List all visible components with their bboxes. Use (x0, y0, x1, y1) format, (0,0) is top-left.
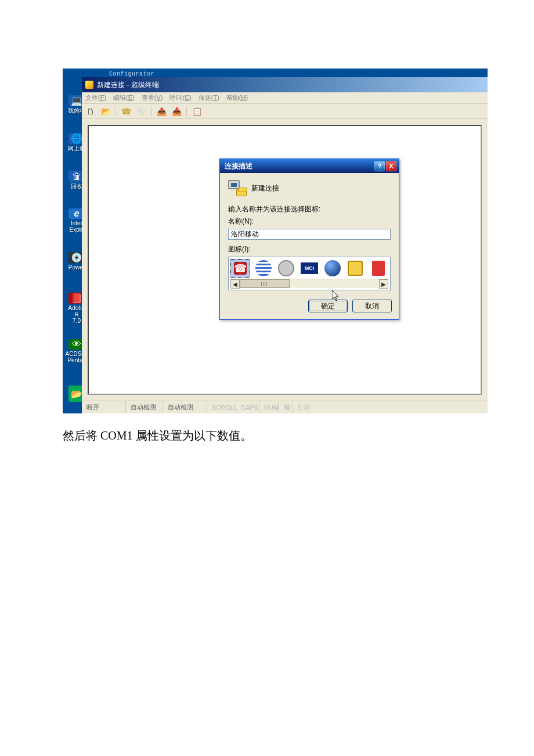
menu-file[interactable]: 文件(F) (85, 93, 106, 102)
dialog-prompt: 输入名称并为该连接选择图标: (228, 204, 391, 214)
conn-icon-5[interactable] (323, 259, 342, 278)
scroll-track[interactable] (240, 279, 379, 288)
help-button[interactable]: ? (374, 161, 385, 171)
status-bar: 断开 自动检测 自动检测 SCROLL CAPS NUM 捕 打印 (82, 401, 488, 413)
status-detect-2: 自动检测 (163, 401, 207, 413)
dialog-title-bar[interactable]: 连接描述 ? X (220, 159, 399, 173)
conn-icon-6[interactable] (346, 259, 366, 278)
name-input[interactable] (228, 229, 391, 240)
conn-icon-7[interactable] (369, 259, 388, 278)
toolbar-properties[interactable]: 📋 (190, 105, 203, 118)
menu-transfer[interactable]: 传送(T) (199, 93, 219, 102)
connection-description-dialog: 连接描述 ? X 新建连接 输入名称并为该连接选择图标: 名称(N): 图标(I… (219, 159, 399, 320)
status-scroll: SCROLL (207, 401, 236, 413)
toolbar-new[interactable]: 🗋 (84, 105, 97, 118)
status-capture: 捕 (279, 401, 293, 413)
cancel-button[interactable]: 取消 (352, 300, 392, 312)
toolbar-send[interactable]: 📤 (155, 105, 168, 118)
conn-icon-1[interactable]: ☎ (230, 259, 250, 278)
icon-scrollbar[interactable]: ◀ ▶ (230, 279, 388, 288)
icon-picker: ☎ MCI ◀ ▶ (228, 257, 391, 290)
conn-icon-3[interactable] (276, 259, 296, 278)
toolbar-call[interactable]: ☎ (120, 105, 132, 118)
menu-call[interactable]: 呼叫(C) (169, 93, 191, 102)
ok-button[interactable]: 确定 (308, 300, 348, 312)
window-title: 新建连接 - 超级终端 (97, 80, 159, 90)
toolbar: 🗋 📂 ☎ ☏ 📤 📥 📋 (82, 104, 488, 119)
app-icon (85, 81, 93, 89)
screenshot: Configurator 💻 我的电 🌐 网上邻 🗑 回收 e Inter Ex… (63, 69, 488, 413)
document-caption: 然后将 COM1 属性设置为以下数值。 (63, 428, 534, 444)
toolbar-open[interactable]: 📂 (99, 105, 112, 118)
name-label: 名称(N): (228, 217, 391, 226)
menu-bar: 文件(F) 编辑(E) 查看(V) 呼叫(C) 传送(T) 帮助(H) (82, 92, 488, 104)
status-print: 打印 (293, 401, 316, 413)
desktop-top-text: Configurator (109, 71, 154, 77)
menu-edit[interactable]: 编辑(E) (113, 93, 135, 102)
menu-view[interactable]: 查看(V) (142, 93, 163, 102)
status-num: NUM (259, 401, 279, 413)
status-caps: CAPS (236, 401, 259, 413)
new-connection-label: 新建连接 (251, 183, 279, 193)
scroll-right-icon[interactable]: ▶ (379, 279, 388, 289)
conn-icon-2[interactable] (254, 259, 273, 278)
scroll-left-icon[interactable]: ◀ (230, 279, 240, 289)
title-bar[interactable]: 新建连接 - 超级终端 (82, 77, 488, 92)
toolbar-hangup[interactable]: ☏ (135, 105, 147, 118)
toolbar-receive[interactable]: 📥 (170, 105, 183, 118)
conn-icon-4[interactable]: MCI (300, 259, 319, 278)
status-connection: 断开 (82, 401, 126, 413)
close-button[interactable]: X (386, 161, 396, 171)
dialog-title: 连接描述 (225, 161, 252, 171)
scroll-thumb[interactable] (240, 279, 290, 288)
status-detect-1: 自动检测 (126, 401, 163, 413)
new-connection-icon (228, 180, 247, 196)
menu-help[interactable]: 帮助(H) (226, 93, 248, 102)
icon-label: 图标(I): (228, 244, 391, 254)
